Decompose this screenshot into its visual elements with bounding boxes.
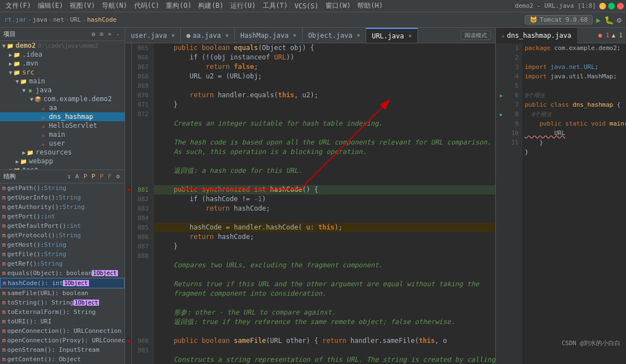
struct-hashcode[interactable]: mhashCode(): int 1Object: [0, 278, 125, 288]
breadcrumb-rtjar[interactable]: rt.jar: [4, 16, 27, 23]
tree-item-mvn[interactable]: ▶ 📁 .mvn: [0, 59, 125, 68]
right-gutter-5: [496, 81, 507, 91]
menu-run[interactable]: 运行(U): [227, 0, 259, 12]
gutter-breakpoint-881[interactable]: ●: [125, 185, 132, 195]
method-type: String: [44, 241, 66, 248]
maximize-button[interactable]: [608, 3, 615, 9]
tab-hashmap-java[interactable]: HashMap.java ×: [235, 28, 303, 43]
breadcrumb-net[interactable]: net: [53, 16, 65, 23]
menu-vcs[interactable]: VCS(S): [291, 1, 322, 11]
tab-url-java[interactable]: URL.java ×: [366, 28, 418, 43]
struct-openconn-proxy[interactable]: mopenConnection(Proxy): URLConnection: [0, 336, 125, 345]
struct-getdefaultport[interactable]: mgetDefaultPort(): int: [0, 221, 125, 231]
tab-close-aa[interactable]: ×: [225, 32, 229, 38]
toolbar-more[interactable]: ⚙: [617, 16, 622, 24]
menu-tools[interactable]: 工具(T): [259, 0, 292, 12]
menu-view[interactable]: 视图(V): [66, 0, 98, 12]
menu-file[interactable]: 文件(F): [2, 0, 34, 12]
menu-navigate[interactable]: 导航(N): [98, 0, 131, 12]
code-line-doc11: fragment component into consideration.: [154, 289, 495, 298]
right-panel: ☕ dns_hashmap.java ● 1 ▲ 1 ▶ ▶: [495, 28, 626, 364]
protected-icon[interactable]: P: [90, 172, 97, 181]
gutter-mark-2: [125, 53, 132, 62]
tab-aa-java[interactable]: ● aa.java ×: [181, 28, 235, 43]
field-icon[interactable]: F: [106, 172, 114, 181]
menu-build[interactable]: 构建(B): [195, 0, 227, 12]
tree-item-package[interactable]: ▼ 📦 com.example.demo2: [0, 94, 125, 103]
public-icon[interactable]: P: [82, 172, 89, 181]
tree-item-src[interactable]: ▼ 📁 src: [0, 68, 125, 77]
tree-item-test[interactable]: ▼ 📁 test: [0, 166, 125, 169]
struct-getport[interactable]: mgetPort(): int: [0, 212, 125, 221]
tree-item-user[interactable]: ☕ user: [0, 139, 125, 148]
reader-mode-button[interactable]: 阅读模式: [461, 31, 491, 40]
expand-icon[interactable]: +: [106, 30, 114, 38]
tab-close-url[interactable]: ×: [408, 33, 412, 39]
minimize-button[interactable]: [599, 3, 606, 9]
struct-samefile[interactable]: msameFile(URL): boolean: [0, 288, 125, 298]
struct-getref[interactable]: mgetRef(): String: [0, 259, 125, 268]
tree-item-webapp[interactable]: ▶ 📁 webapp: [0, 157, 125, 166]
right-ln-1: 1: [507, 43, 520, 53]
main-layout: 项目 ⚙ ≡ + - ▼ 📁 demo2 D:\code\java\demo2: [0, 28, 626, 364]
menu-window[interactable]: 窗口(W): [322, 0, 354, 12]
struct-getprotocol[interactable]: mgetProtocol(): String: [0, 231, 125, 240]
tree-item-demo2[interactable]: ▼ 📁 demo2 D:\code\java\demo2: [0, 41, 125, 50]
struct-openstream[interactable]: mopenStream(): InputStream: [0, 345, 125, 355]
breadcrumb-url[interactable]: URL: [70, 16, 81, 23]
tree-item-idea[interactable]: ▶ 📁 .idea: [0, 50, 125, 59]
gutter-breakpoint-914[interactable]: ●: [125, 336, 132, 346]
sort-icon[interactable]: ↕: [66, 172, 73, 181]
tree-item-java-folder[interactable]: ▼ ◼ java: [0, 86, 125, 94]
method-icon: m: [2, 290, 6, 296]
tree-item-main[interactable]: ▼ 📁 main: [0, 77, 125, 86]
struct-tostring[interactable]: mtoString(): String 1Object: [0, 298, 125, 307]
folder-icon-mvn: 📁: [12, 61, 21, 67]
struct-equals[interactable]: mequals(Object): boolean 1Object: [0, 268, 125, 278]
alpha-icon[interactable]: A: [73, 172, 81, 181]
right-tab-dns[interactable]: ☕ dns_hashmap.java: [496, 28, 577, 43]
tree-item-helloservlet[interactable]: ☕ HelloServlet: [0, 121, 125, 130]
struct-toexternalform[interactable]: mtoExternalForm(): String: [0, 307, 125, 317]
struct-gethost[interactable]: mgetHost(): String: [0, 240, 125, 250]
right-code-5: [523, 81, 626, 91]
tree-item-main-class[interactable]: ☕ main: [0, 130, 125, 139]
debug-button[interactable]: 🐛: [604, 16, 614, 24]
menu-code[interactable]: 代码(C): [131, 0, 163, 12]
tomcat-badge[interactable]: 🐱 Tomcat 9.0.68: [525, 15, 593, 24]
gutter-mark-3: [125, 62, 132, 72]
menu-help[interactable]: 帮助(H): [354, 0, 386, 12]
right-gutter-9: [496, 119, 507, 128]
tree-item-dns-hashmap[interactable]: ☕ dns_hashmap: [0, 112, 125, 121]
tab-user-java[interactable]: user.java ×: [125, 28, 181, 43]
gear-icon[interactable]: ≡: [98, 30, 105, 38]
breadcrumb-hashcode[interactable]: hashCode: [87, 16, 117, 23]
struct-getuserinfo[interactable]: mgetUserInfo(): String: [0, 193, 125, 202]
struct-openconn[interactable]: mopenConnection(): URLConnection: [0, 326, 125, 336]
struct-getpath[interactable]: mgetPath(): String: [0, 183, 125, 193]
code-line-doc4: As such, this operation is a blocking op…: [154, 147, 495, 157]
right-gutter-10: [496, 128, 507, 138]
struct-getfile[interactable]: mgetFile(): String: [0, 250, 125, 259]
private-icon[interactable]: P: [98, 172, 105, 181]
settings-icon[interactable]: ⚙: [114, 172, 121, 181]
breadcrumb-java[interactable]: java: [32, 16, 47, 23]
menu-refactor[interactable]: 重构(O): [162, 0, 195, 12]
struct-getauthority[interactable]: mgetAuthority(): String: [0, 202, 125, 212]
struct-touri[interactable]: mtoURI(): URI: [0, 317, 125, 326]
tab-close-object[interactable]: ×: [357, 32, 360, 38]
tree-item-aa[interactable]: ☕ aa: [0, 103, 125, 112]
sync-icon[interactable]: ⚙: [90, 30, 97, 38]
right-gutter-7: [496, 100, 507, 109]
tab-label-object: Object.java: [308, 32, 352, 39]
code-editor[interactable]: ● ●: [125, 43, 495, 364]
tree-item-resources[interactable]: ▶ 📁 resources: [0, 148, 125, 157]
close-button[interactable]: [617, 3, 624, 9]
tab-close-hashmap[interactable]: ×: [293, 32, 297, 38]
struct-getcontent[interactable]: mgetContent(): Object: [0, 355, 125, 364]
menu-edit[interactable]: 编辑(E): [34, 0, 67, 12]
tab-object-java[interactable]: Object.java ×: [303, 28, 367, 43]
run-button[interactable]: ▶: [596, 16, 600, 24]
collapse-icon[interactable]: -: [114, 30, 121, 38]
tab-close-user[interactable]: ×: [171, 32, 175, 38]
